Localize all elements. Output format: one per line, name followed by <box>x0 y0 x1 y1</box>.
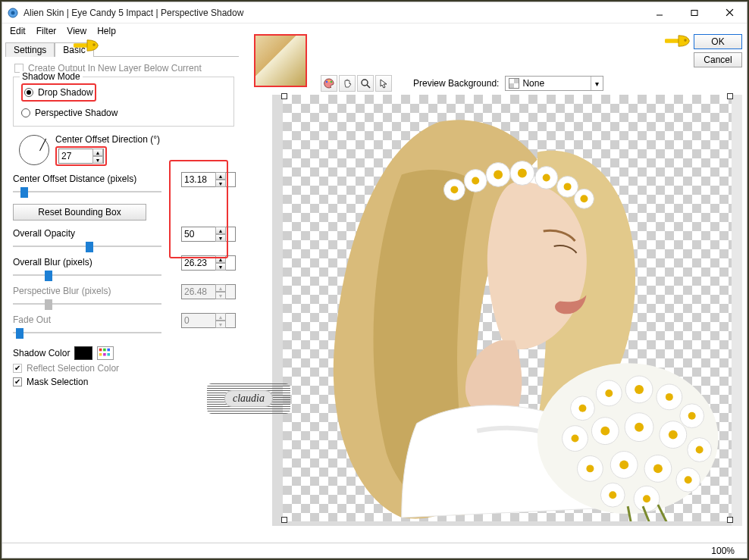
svg-point-57 <box>635 423 644 432</box>
selection-handle[interactable] <box>281 517 287 523</box>
tool-hand-icon[interactable] <box>339 75 356 92</box>
menu-view[interactable]: View <box>67 26 86 36</box>
chevron-down-icon: ▾ <box>591 77 603 90</box>
cancel-button[interactable]: Cancel <box>694 52 742 67</box>
preview-toolbar: Preview Background: None ▾ <box>321 75 603 92</box>
input-perspective-blur <box>182 285 215 299</box>
input-opacity[interactable] <box>182 227 215 241</box>
svg-point-63 <box>685 476 692 483</box>
svg-point-17 <box>362 80 368 86</box>
svg-point-16 <box>331 81 332 83</box>
menu-filter[interactable]: Filter <box>36 26 57 36</box>
tab-settings[interactable]: Settings <box>5 42 55 57</box>
combo-preview-bg[interactable]: None ▾ <box>505 76 603 91</box>
slider-blur[interactable] <box>13 269 161 281</box>
svg-point-31 <box>564 183 572 190</box>
direction-spin-up[interactable]: ▲ <box>92 149 103 156</box>
tabstrip: Settings Basic <box>5 42 239 57</box>
maximize-button[interactable] <box>677 2 712 23</box>
svg-point-60 <box>586 465 594 472</box>
dialog-window: Alien Skin | Eye Candy 5 Impact | Perspe… <box>2 2 747 558</box>
radio-perspective-shadow[interactable] <box>21 108 30 117</box>
palette-button[interactable] <box>97 346 114 360</box>
preview-canvas[interactable] <box>272 95 742 526</box>
svg-rect-3 <box>691 10 697 15</box>
titlebar: Alien Skin | Eye Candy 5 Impact | Perspe… <box>2 2 747 23</box>
checkbox-mask-selection[interactable] <box>13 377 22 386</box>
selection-handle[interactable] <box>727 517 733 523</box>
svg-point-28 <box>494 170 503 179</box>
menu-edit[interactable]: Edit <box>10 26 26 36</box>
fade-spin-up: ▲ <box>215 313 226 321</box>
input-blur[interactable] <box>182 256 215 270</box>
statusbar: 100% <box>2 543 747 558</box>
slider-distance[interactable] <box>13 186 161 198</box>
combo-swatch-icon <box>509 78 519 89</box>
slider-fade-out[interactable] <box>13 327 161 339</box>
app-icon <box>7 7 19 19</box>
thumbnail-preview[interactable] <box>254 34 307 87</box>
label-mask-selection: Mask Selection <box>27 377 88 387</box>
zoom-level: 100% <box>711 546 735 556</box>
svg-point-59 <box>696 446 704 454</box>
slider-opacity[interactable] <box>13 240 161 252</box>
svg-point-51 <box>605 389 613 397</box>
svg-point-61 <box>619 460 628 469</box>
svg-point-15 <box>328 80 330 81</box>
selection-handle[interactable] <box>727 93 733 99</box>
svg-point-27 <box>472 177 479 184</box>
direction-spin-down[interactable]: ▼ <box>92 156 103 164</box>
settings-panel: Settings Basic Create Output In New Laye… <box>2 39 245 543</box>
input-distance[interactable] <box>182 173 215 186</box>
opacity-spin-down[interactable]: ▼ <box>215 234 226 242</box>
label-direction: Center Offset Direction (°) <box>55 134 160 145</box>
preview-panel: OK Cancel Preview Background: None ▾ <box>245 39 747 543</box>
svg-line-18 <box>367 85 370 88</box>
selection-handle[interactable] <box>281 93 287 99</box>
svg-rect-10 <box>99 353 102 356</box>
blur-spin-down[interactable]: ▼ <box>215 263 226 271</box>
svg-point-54 <box>688 412 696 420</box>
close-button[interactable] <box>712 2 747 23</box>
label-reflect-color: Reflect Selection Color <box>27 363 119 374</box>
opacity-spin-up[interactable]: ▲ <box>215 227 226 234</box>
minimize-button[interactable] <box>642 2 677 23</box>
distance-spin-down[interactable]: ▼ <box>215 180 226 187</box>
label-shadow-color: Shadow Color <box>13 348 70 358</box>
radio-drop-shadow[interactable] <box>24 88 33 97</box>
label-perspective-shadow: Perspective Shadow <box>35 108 118 118</box>
svg-point-26 <box>450 186 458 193</box>
reset-bounding-box-button[interactable]: Reset Bounding Box <box>13 204 146 221</box>
watermark-text: claudia <box>224 390 273 407</box>
svg-point-53 <box>666 393 673 401</box>
svg-point-13 <box>684 39 687 42</box>
menu-help[interactable]: Help <box>97 26 116 36</box>
svg-rect-12 <box>108 353 111 356</box>
pointer-annotation-ok-icon <box>665 33 692 52</box>
preview-subject <box>277 99 738 521</box>
group-shadow-mode: Shadow Mode Drop Shadow Perspective Shad… <box>13 77 234 127</box>
blur-spin-up[interactable]: ▲ <box>215 255 226 263</box>
tool-arrow-icon[interactable] <box>375 75 392 92</box>
svg-point-65 <box>643 495 650 502</box>
label-preview-bg: Preview Background: <box>413 78 499 89</box>
pblur-spin-down: ▼ <box>215 292 226 299</box>
svg-rect-8 <box>103 349 106 352</box>
svg-rect-11 <box>103 353 106 356</box>
direction-dial[interactable] <box>19 135 49 165</box>
shadow-color-swatch[interactable] <box>74 346 92 360</box>
tool-palette-icon[interactable] <box>321 75 337 92</box>
svg-point-30 <box>543 174 550 181</box>
checkbox-reflect-color <box>13 364 22 373</box>
svg-point-1 <box>11 11 15 14</box>
ok-button[interactable]: OK <box>694 34 742 49</box>
fade-spin-down: ▼ <box>215 321 226 328</box>
svg-point-55 <box>572 435 579 443</box>
svg-point-50 <box>578 405 586 412</box>
svg-rect-7 <box>99 349 102 352</box>
input-direction[interactable] <box>59 149 92 163</box>
label-drop-shadow: Drop Shadow <box>38 87 93 98</box>
svg-rect-9 <box>108 349 111 352</box>
tool-zoom-icon[interactable] <box>357 75 374 92</box>
distance-spin-up[interactable]: ▲ <box>215 172 226 180</box>
